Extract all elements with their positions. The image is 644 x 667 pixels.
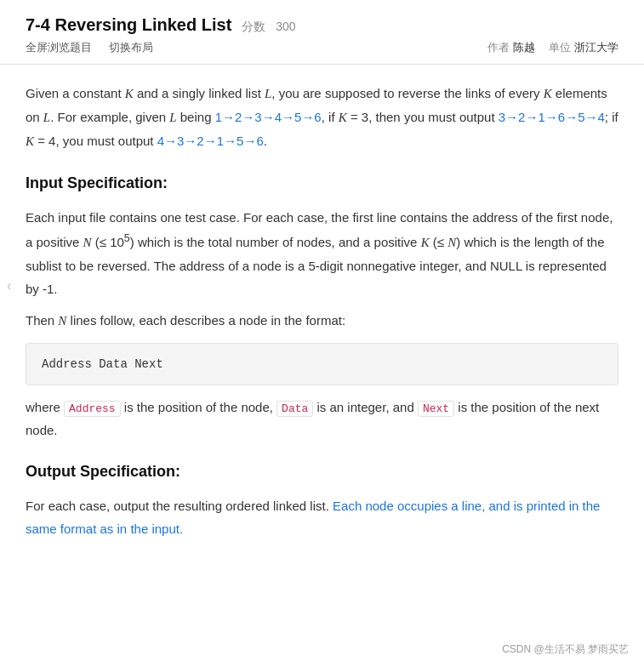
header-actions: 全屏浏览题目 切换布局 bbox=[26, 40, 153, 55]
math-K2: K bbox=[544, 87, 552, 100]
unit-label: 单位 bbox=[549, 40, 571, 55]
math-L: L bbox=[265, 87, 271, 100]
intro-section: Given a constant K and a singly linked l… bbox=[26, 82, 618, 153]
unit-value: 浙江大学 bbox=[574, 40, 618, 55]
math-L2: L bbox=[43, 111, 50, 124]
math-K3: K bbox=[339, 111, 347, 124]
input-paragraph2: Then N lines follow, each describes a no… bbox=[26, 309, 618, 333]
author-item: 作者 陈越 bbox=[487, 40, 535, 55]
input-paragraph1: Each input file contains one test case. … bbox=[26, 206, 618, 300]
code-block: Address Data Next bbox=[26, 343, 618, 386]
header-top: 7-4 Reversing Linked List 分数 300 bbox=[26, 15, 618, 35]
example-seq3: 4→3→2→1→5→6 bbox=[157, 134, 264, 148]
score-value: 300 bbox=[276, 20, 295, 33]
input-heading: Input Specification: bbox=[26, 170, 618, 197]
math-N2: N bbox=[447, 236, 456, 249]
output-heading: Output Specification: bbox=[26, 459, 618, 486]
header-author: 作者 陈越 单位 浙江大学 bbox=[487, 40, 618, 55]
math-K5: K bbox=[421, 236, 430, 249]
math-L3: L bbox=[169, 111, 176, 124]
math-K4: K bbox=[26, 134, 34, 148]
author-value: 陈越 bbox=[513, 40, 535, 55]
example-seq2: 3→2→1→6→5→4 bbox=[499, 110, 605, 124]
input-section: Input Specification: Each input file con… bbox=[26, 170, 618, 442]
fullscreen-button[interactable]: 全屏浏览题目 bbox=[26, 40, 92, 55]
math-K: K bbox=[125, 87, 134, 100]
output-section: Output Specification: For each case, out… bbox=[26, 459, 618, 540]
layout-toggle-button[interactable]: 切换布局 bbox=[109, 40, 153, 55]
watermark: CSDN @生活不易 梦雨买艺 bbox=[502, 642, 629, 657]
problem-header: 7-4 Reversing Linked List 分数 300 全屏浏览题目 … bbox=[0, 0, 644, 65]
author-label: 作者 bbox=[487, 40, 510, 55]
header-meta: 全屏浏览题目 切换布局 作者 陈越 单位 浙江大学 bbox=[26, 40, 618, 55]
math-N3: N bbox=[58, 314, 66, 328]
score-label: 分数 bbox=[242, 20, 265, 35]
unit-item: 单位 浙江大学 bbox=[549, 40, 618, 55]
problem-title: 7-4 Reversing Linked List bbox=[26, 15, 231, 35]
intro-paragraph: Given a constant K and a singly linked l… bbox=[26, 82, 618, 153]
example-seq1: 1→2→3→4→5→6 bbox=[215, 110, 322, 124]
code-data: Data bbox=[276, 401, 313, 417]
input-paragraph3: where Address is the position of the nod… bbox=[26, 396, 618, 442]
code-address: Address bbox=[64, 401, 121, 417]
left-arrow-icon[interactable]: ‹ bbox=[7, 278, 11, 294]
math-N: N bbox=[83, 236, 92, 249]
code-next: Next bbox=[418, 401, 454, 417]
problem-content: Given a constant K and a singly linked l… bbox=[0, 65, 644, 573]
output-link-text: Each node occupies a line, and is printe… bbox=[26, 499, 600, 536]
output-paragraph1: For each case, output the resulting orde… bbox=[26, 494, 618, 540]
